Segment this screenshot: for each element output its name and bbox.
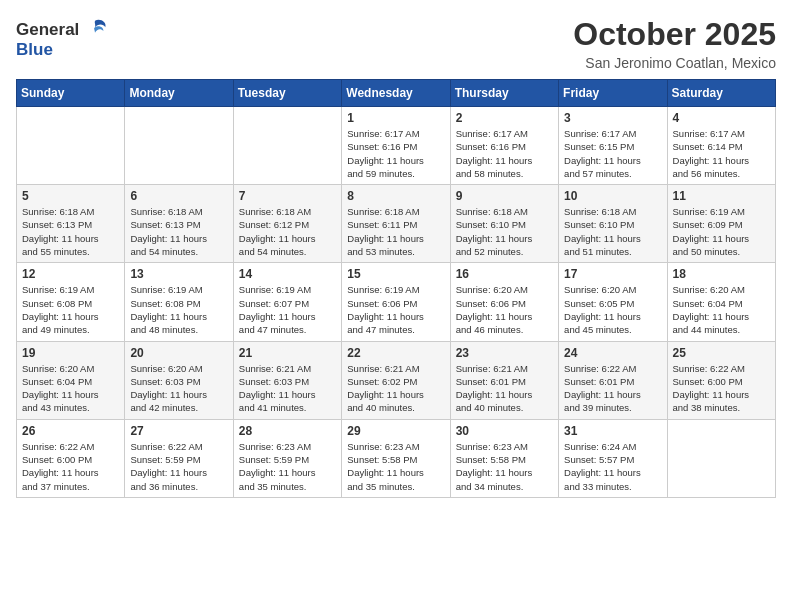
cell-info-text: Sunrise: 6:21 AM Sunset: 6:02 PM Dayligh… <box>347 362 444 415</box>
day-header-wednesday: Wednesday <box>342 80 450 107</box>
calendar-cell: 19Sunrise: 6:20 AM Sunset: 6:04 PM Dayli… <box>17 341 125 419</box>
calendar-cell: 8Sunrise: 6:18 AM Sunset: 6:11 PM Daylig… <box>342 185 450 263</box>
cell-info-text: Sunrise: 6:22 AM Sunset: 6:00 PM Dayligh… <box>673 362 770 415</box>
cell-info-text: Sunrise: 6:18 AM Sunset: 6:12 PM Dayligh… <box>239 205 336 258</box>
calendar-cell: 23Sunrise: 6:21 AM Sunset: 6:01 PM Dayli… <box>450 341 558 419</box>
cell-info-text: Sunrise: 6:17 AM Sunset: 6:14 PM Dayligh… <box>673 127 770 180</box>
cell-info-text: Sunrise: 6:20 AM Sunset: 6:06 PM Dayligh… <box>456 283 553 336</box>
logo-blue-text: Blue <box>16 40 109 60</box>
cell-info-text: Sunrise: 6:18 AM Sunset: 6:10 PM Dayligh… <box>456 205 553 258</box>
cell-day-number: 7 <box>239 189 336 203</box>
cell-info-text: Sunrise: 6:17 AM Sunset: 6:15 PM Dayligh… <box>564 127 661 180</box>
cell-info-text: Sunrise: 6:17 AM Sunset: 6:16 PM Dayligh… <box>456 127 553 180</box>
cell-day-number: 24 <box>564 346 661 360</box>
calendar-cell: 21Sunrise: 6:21 AM Sunset: 6:03 PM Dayli… <box>233 341 341 419</box>
cell-day-number: 6 <box>130 189 227 203</box>
cell-info-text: Sunrise: 6:23 AM Sunset: 5:58 PM Dayligh… <box>347 440 444 493</box>
cell-info-text: Sunrise: 6:20 AM Sunset: 6:03 PM Dayligh… <box>130 362 227 415</box>
cell-info-text: Sunrise: 6:19 AM Sunset: 6:07 PM Dayligh… <box>239 283 336 336</box>
calendar-week-row: 19Sunrise: 6:20 AM Sunset: 6:04 PM Dayli… <box>17 341 776 419</box>
calendar-cell: 9Sunrise: 6:18 AM Sunset: 6:10 PM Daylig… <box>450 185 558 263</box>
calendar-cell: 4Sunrise: 6:17 AM Sunset: 6:14 PM Daylig… <box>667 107 775 185</box>
calendar-cell <box>125 107 233 185</box>
cell-info-text: Sunrise: 6:19 AM Sunset: 6:08 PM Dayligh… <box>22 283 119 336</box>
calendar-cell: 12Sunrise: 6:19 AM Sunset: 6:08 PM Dayli… <box>17 263 125 341</box>
cell-info-text: Sunrise: 6:19 AM Sunset: 6:08 PM Dayligh… <box>130 283 227 336</box>
cell-day-number: 13 <box>130 267 227 281</box>
calendar-cell: 17Sunrise: 6:20 AM Sunset: 6:05 PM Dayli… <box>559 263 667 341</box>
calendar-cell: 24Sunrise: 6:22 AM Sunset: 6:01 PM Dayli… <box>559 341 667 419</box>
cell-day-number: 1 <box>347 111 444 125</box>
calendar-table: SundayMondayTuesdayWednesdayThursdayFrid… <box>16 79 776 498</box>
cell-day-number: 23 <box>456 346 553 360</box>
cell-info-text: Sunrise: 6:18 AM Sunset: 6:13 PM Dayligh… <box>22 205 119 258</box>
calendar-cell: 6Sunrise: 6:18 AM Sunset: 6:13 PM Daylig… <box>125 185 233 263</box>
cell-info-text: Sunrise: 6:23 AM Sunset: 5:59 PM Dayligh… <box>239 440 336 493</box>
cell-day-number: 8 <box>347 189 444 203</box>
cell-day-number: 19 <box>22 346 119 360</box>
cell-day-number: 11 <box>673 189 770 203</box>
calendar-cell <box>17 107 125 185</box>
cell-info-text: Sunrise: 6:22 AM Sunset: 5:59 PM Dayligh… <box>130 440 227 493</box>
calendar-cell: 20Sunrise: 6:20 AM Sunset: 6:03 PM Dayli… <box>125 341 233 419</box>
calendar-cell: 3Sunrise: 6:17 AM Sunset: 6:15 PM Daylig… <box>559 107 667 185</box>
title-block: October 2025 San Jeronimo Coatlan, Mexic… <box>573 16 776 71</box>
calendar-cell: 5Sunrise: 6:18 AM Sunset: 6:13 PM Daylig… <box>17 185 125 263</box>
calendar-week-row: 5Sunrise: 6:18 AM Sunset: 6:13 PM Daylig… <box>17 185 776 263</box>
calendar-cell: 29Sunrise: 6:23 AM Sunset: 5:58 PM Dayli… <box>342 419 450 497</box>
calendar-location: San Jeronimo Coatlan, Mexico <box>573 55 776 71</box>
cell-day-number: 22 <box>347 346 444 360</box>
calendar-cell: 15Sunrise: 6:19 AM Sunset: 6:06 PM Dayli… <box>342 263 450 341</box>
cell-day-number: 31 <box>564 424 661 438</box>
calendar-cell: 26Sunrise: 6:22 AM Sunset: 6:00 PM Dayli… <box>17 419 125 497</box>
page-header: General Blue October 2025 San Jeronimo C… <box>16 16 776 71</box>
calendar-cell: 7Sunrise: 6:18 AM Sunset: 6:12 PM Daylig… <box>233 185 341 263</box>
calendar-cell: 30Sunrise: 6:23 AM Sunset: 5:58 PM Dayli… <box>450 419 558 497</box>
cell-day-number: 4 <box>673 111 770 125</box>
cell-day-number: 21 <box>239 346 336 360</box>
cell-info-text: Sunrise: 6:23 AM Sunset: 5:58 PM Dayligh… <box>456 440 553 493</box>
logo: General Blue <box>16 16 109 60</box>
calendar-cell: 27Sunrise: 6:22 AM Sunset: 5:59 PM Dayli… <box>125 419 233 497</box>
cell-info-text: Sunrise: 6:18 AM Sunset: 6:13 PM Dayligh… <box>130 205 227 258</box>
calendar-cell: 28Sunrise: 6:23 AM Sunset: 5:59 PM Dayli… <box>233 419 341 497</box>
cell-day-number: 3 <box>564 111 661 125</box>
cell-info-text: Sunrise: 6:21 AM Sunset: 6:03 PM Dayligh… <box>239 362 336 415</box>
cell-info-text: Sunrise: 6:21 AM Sunset: 6:01 PM Dayligh… <box>456 362 553 415</box>
cell-info-text: Sunrise: 6:24 AM Sunset: 5:57 PM Dayligh… <box>564 440 661 493</box>
cell-info-text: Sunrise: 6:17 AM Sunset: 6:16 PM Dayligh… <box>347 127 444 180</box>
calendar-week-row: 26Sunrise: 6:22 AM Sunset: 6:00 PM Dayli… <box>17 419 776 497</box>
calendar-cell: 31Sunrise: 6:24 AM Sunset: 5:57 PM Dayli… <box>559 419 667 497</box>
calendar-cell: 25Sunrise: 6:22 AM Sunset: 6:00 PM Dayli… <box>667 341 775 419</box>
cell-day-number: 10 <box>564 189 661 203</box>
cell-day-number: 25 <box>673 346 770 360</box>
logo-general-text: General <box>16 20 79 40</box>
cell-info-text: Sunrise: 6:19 AM Sunset: 6:06 PM Dayligh… <box>347 283 444 336</box>
cell-info-text: Sunrise: 6:20 AM Sunset: 6:04 PM Dayligh… <box>673 283 770 336</box>
cell-day-number: 16 <box>456 267 553 281</box>
cell-day-number: 5 <box>22 189 119 203</box>
cell-day-number: 30 <box>456 424 553 438</box>
calendar-header-row: SundayMondayTuesdayWednesdayThursdayFrid… <box>17 80 776 107</box>
cell-info-text: Sunrise: 6:22 AM Sunset: 6:00 PM Dayligh… <box>22 440 119 493</box>
calendar-week-row: 12Sunrise: 6:19 AM Sunset: 6:08 PM Dayli… <box>17 263 776 341</box>
day-header-friday: Friday <box>559 80 667 107</box>
calendar-cell: 1Sunrise: 6:17 AM Sunset: 6:16 PM Daylig… <box>342 107 450 185</box>
calendar-cell: 14Sunrise: 6:19 AM Sunset: 6:07 PM Dayli… <box>233 263 341 341</box>
day-header-tuesday: Tuesday <box>233 80 341 107</box>
cell-day-number: 17 <box>564 267 661 281</box>
cell-day-number: 27 <box>130 424 227 438</box>
cell-info-text: Sunrise: 6:18 AM Sunset: 6:10 PM Dayligh… <box>564 205 661 258</box>
calendar-week-row: 1Sunrise: 6:17 AM Sunset: 6:16 PM Daylig… <box>17 107 776 185</box>
calendar-cell: 13Sunrise: 6:19 AM Sunset: 6:08 PM Dayli… <box>125 263 233 341</box>
cell-day-number: 18 <box>673 267 770 281</box>
cell-info-text: Sunrise: 6:19 AM Sunset: 6:09 PM Dayligh… <box>673 205 770 258</box>
day-header-sunday: Sunday <box>17 80 125 107</box>
calendar-cell: 16Sunrise: 6:20 AM Sunset: 6:06 PM Dayli… <box>450 263 558 341</box>
day-header-saturday: Saturday <box>667 80 775 107</box>
cell-info-text: Sunrise: 6:20 AM Sunset: 6:04 PM Dayligh… <box>22 362 119 415</box>
calendar-cell: 2Sunrise: 6:17 AM Sunset: 6:16 PM Daylig… <box>450 107 558 185</box>
cell-day-number: 20 <box>130 346 227 360</box>
calendar-cell: 11Sunrise: 6:19 AM Sunset: 6:09 PM Dayli… <box>667 185 775 263</box>
cell-day-number: 14 <box>239 267 336 281</box>
